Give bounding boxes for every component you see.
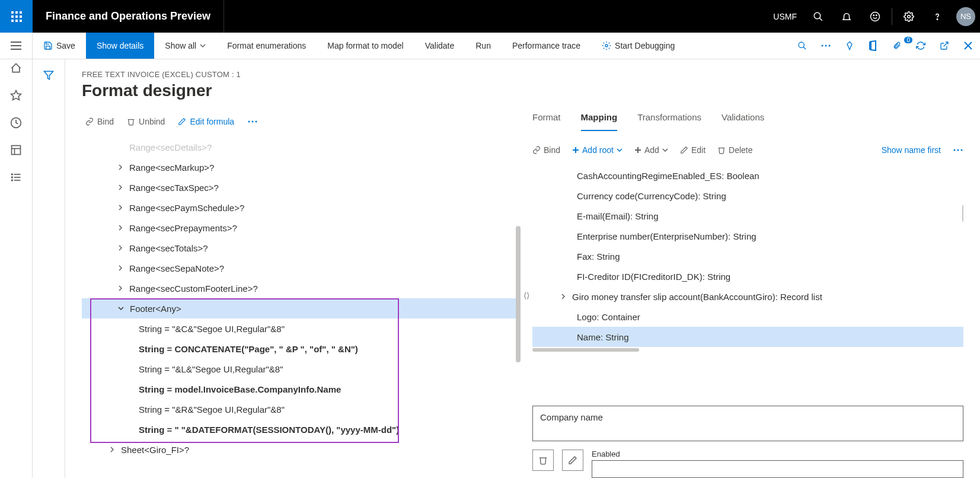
chevron-right-icon[interactable] — [116, 225, 125, 231]
hamburger-icon[interactable] — [0, 33, 33, 59]
bind-button[interactable]: Bind — [532, 145, 560, 155]
validate-button[interactable]: Validate — [414, 33, 465, 59]
tree-label: Footer<Any> — [130, 304, 181, 314]
workspace-icon[interactable] — [9, 144, 23, 157]
chevron-right-icon[interactable] — [116, 164, 125, 170]
svg-point-14 — [908, 15, 911, 18]
tree-item[interactable]: Range<secPrepayments>? — [82, 218, 518, 238]
show-all-label: Show all — [165, 41, 196, 50]
refresh-icon[interactable] — [909, 41, 933, 50]
more-icon[interactable] — [247, 120, 258, 123]
svg-point-37 — [12, 180, 13, 181]
delete-button[interactable]: Delete — [717, 145, 752, 155]
save-button[interactable]: Save — [33, 33, 86, 59]
tree-item[interactable]: Sheet<Giro_FI>? — [82, 439, 518, 460]
tree-item[interactable]: Range<secSepaNote>? — [82, 258, 518, 278]
chevron-down-icon[interactable] — [117, 305, 125, 311]
office-icon[interactable] — [861, 40, 885, 51]
save-label: Save — [56, 41, 75, 50]
company-code[interactable]: USMF — [766, 12, 804, 21]
show-details-button[interactable]: Show details — [86, 33, 154, 59]
tab-transformations[interactable]: Transformations — [637, 112, 701, 131]
tree-item[interactable]: Range<secDetails>? — [82, 137, 518, 157]
gear-icon[interactable] — [895, 0, 923, 33]
funnel-icon[interactable] — [43, 70, 54, 478]
edit-formula-button[interactable]: Edit formula — [178, 117, 234, 126]
tree-item[interactable]: Range<secMarkup>? — [82, 157, 518, 177]
search-icon[interactable] — [804, 0, 832, 33]
add-root-dropdown[interactable]: Add root — [572, 145, 623, 155]
tree-item[interactable]: Range<secTotals>? — [82, 238, 518, 258]
svg-rect-3 — [11, 15, 14, 18]
chevron-right-icon[interactable] — [116, 265, 125, 271]
map-format-button[interactable]: Map format to model — [317, 33, 414, 59]
svg-rect-4 — [15, 15, 18, 18]
tree-item[interactable]: String = " "&DATEFORMAT(SESSIONTODAY(), … — [82, 419, 518, 439]
format-enumerations-button[interactable]: Format enumerations — [216, 33, 317, 59]
scrollbar-thumb[interactable] — [516, 226, 521, 362]
chevron-right-icon[interactable] — [108, 447, 116, 452]
star-icon[interactable] — [9, 89, 23, 102]
chevron-right-icon[interactable] — [116, 205, 125, 211]
svg-rect-8 — [20, 20, 22, 22]
more-icon[interactable] — [814, 44, 838, 47]
datasource-item[interactable]: E-mail(Email): String — [532, 206, 963, 226]
more-icon[interactable] — [953, 148, 963, 152]
close-icon[interactable] — [956, 42, 980, 50]
bind-button[interactable]: Bind — [85, 117, 114, 126]
help-icon[interactable] — [923, 0, 952, 33]
tree-item[interactable]: Range<secCustomFooterLine>? — [82, 278, 518, 298]
tab-format[interactable]: Format — [532, 112, 561, 131]
run-button[interactable]: Run — [465, 33, 502, 59]
app-launcher[interactable] — [0, 0, 33, 33]
diamond-icon[interactable] — [838, 41, 861, 50]
datasource-item[interactable]: CashAccountingRegimeEnabled_ES: Boolean — [532, 165, 963, 186]
description-field[interactable]: Company name — [532, 406, 963, 441]
horizontal-scrollbar[interactable] — [532, 348, 639, 352]
edit-binding-button[interactable] — [562, 450, 583, 471]
show-name-first-button[interactable]: Show name first — [882, 145, 941, 155]
chevron-right-icon[interactable] — [116, 285, 125, 291]
page-title: Format designer — [82, 81, 963, 100]
filter-search-icon[interactable] — [790, 41, 814, 50]
chevron-right-icon[interactable] — [559, 294, 567, 299]
unbind-button[interactable]: Unbind — [127, 117, 165, 126]
user-avatar[interactable]: NS — [952, 0, 980, 33]
performance-trace-button[interactable]: Performance trace — [502, 33, 591, 59]
attachments-icon[interactable]: 0 — [885, 40, 909, 51]
tree-item-footer[interactable]: Footer<Any> — [82, 298, 518, 318]
tree-item[interactable]: Range<secPaymSchedule>? — [82, 197, 518, 218]
edit-button[interactable]: Edit — [680, 145, 706, 155]
chevron-right-icon[interactable] — [116, 245, 125, 251]
tree-item[interactable]: String = "&L&"Segoe UI,Regular"&8" — [82, 359, 518, 379]
tab-mapping[interactable]: Mapping — [581, 112, 618, 131]
clock-icon[interactable] — [9, 116, 23, 129]
list-icon[interactable] — [9, 171, 23, 184]
enabled-input[interactable] — [592, 460, 963, 478]
datasource-item[interactable]: FI-Creditor ID(FICreditorID_DK): String — [532, 266, 963, 286]
tree-item[interactable]: String = "&C&"Segoe UI,Regular"&8" — [82, 318, 518, 339]
scrollbar-thumb[interactable] — [962, 205, 963, 222]
datasource-item[interactable]: Giro money transfer slip account(BankAcc… — [532, 286, 963, 307]
datasource-item[interactable]: Currency code(CurrencyCode): String — [532, 186, 963, 206]
smiley-icon[interactable] — [861, 0, 889, 33]
bell-icon[interactable] — [832, 0, 861, 33]
start-debugging-button[interactable]: Start Debugging — [591, 33, 685, 59]
tree-item[interactable]: Range<secTaxSpec>? — [82, 177, 518, 197]
add-dropdown[interactable]: Add — [634, 145, 668, 155]
tree-item[interactable]: String = model.InvoiceBase.CompanyInfo.N… — [82, 379, 518, 399]
svg-point-24 — [829, 45, 831, 47]
datasource-item[interactable]: Enterprise number(EnterpriseNumber): Str… — [532, 226, 963, 246]
popout-icon[interactable] — [933, 41, 956, 50]
chevron-right-icon[interactable] — [116, 184, 125, 190]
tree-item[interactable]: String = "&R&"Segoe UI,Regular"&8" — [82, 399, 518, 419]
tab-validations[interactable]: Validations — [722, 112, 764, 131]
home-icon[interactable] — [9, 62, 23, 75]
splitter[interactable]: ⟨⟩ — [521, 112, 532, 478]
datasource-item[interactable]: Fax: String — [532, 246, 963, 266]
tree-item[interactable]: String = CONCATENATE("Page", " &P ", "of… — [82, 339, 518, 359]
show-all-dropdown[interactable]: Show all — [154, 33, 216, 59]
datasource-item-selected[interactable]: Name: String — [532, 327, 963, 347]
delete-binding-button[interactable] — [532, 450, 554, 471]
datasource-item[interactable]: Logo: Container — [532, 307, 963, 327]
